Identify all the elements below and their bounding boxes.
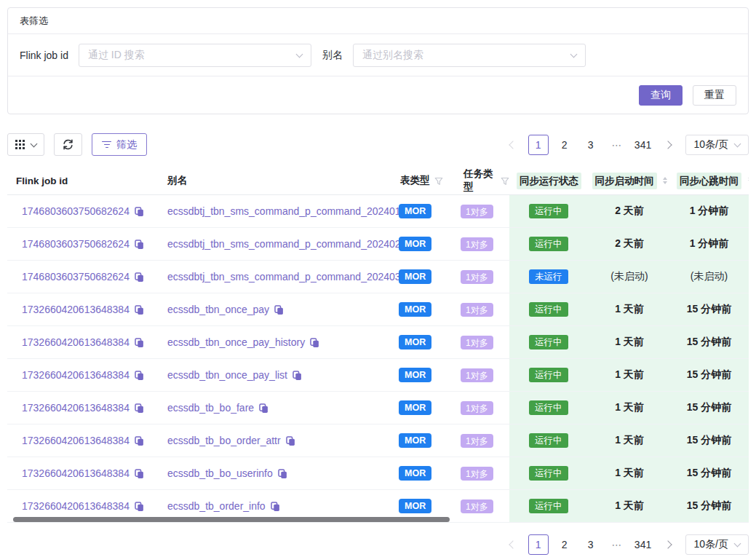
sync-status-badge: 未运行: [529, 269, 568, 284]
column-header-c2: 别名: [159, 167, 391, 194]
copy-icon[interactable]: [135, 436, 144, 446]
alias-link[interactable]: ecssdbtj_tbn_sms_command_p_command_20240…: [167, 271, 401, 283]
cell-sync-start-time: (未启动): [589, 261, 669, 293]
cell-flink-job-id: 1732660420613648384: [7, 424, 159, 457]
pagination-page-341[interactable]: 341: [633, 135, 653, 155]
table-row: 1746803603750682624ecssdbtj_tbn_sms_comm…: [7, 195, 749, 228]
table-row: 1732660420613648384ecssdb_tb_bo_order_at…: [7, 424, 749, 457]
pagination-page-341[interactable]: 341: [633, 534, 653, 555]
sync-heartbeat-time-value: 15 分钟前: [687, 336, 731, 349]
chevron-down-icon: [734, 540, 741, 548]
pagination-prev-button[interactable]: [502, 135, 522, 155]
reset-button[interactable]: 重置: [693, 85, 736, 106]
sync-start-time-value: 2 天前: [615, 205, 644, 218]
copy-icon[interactable]: [135, 338, 144, 348]
flink-job-id-link[interactable]: 1732660420613648384: [22, 402, 130, 414]
cell-task-type: 1对多: [455, 392, 509, 424]
pagination-next-button[interactable]: [659, 135, 680, 155]
cell-alias: ecssdbtj_tbn_sms_command_p_command_20240…: [159, 228, 391, 260]
alias-link[interactable]: ecssdb_tb_bo_fare: [167, 402, 254, 414]
alias-link[interactable]: ecssdb_tbn_once_pay_history: [167, 336, 305, 348]
sync-status-badge: 运行中: [529, 335, 568, 349]
pagination-page-1[interactable]: 1: [528, 135, 549, 155]
flink-job-id-link[interactable]: 1746803603750682624: [22, 205, 130, 217]
pagination-page-1[interactable]: 1: [528, 534, 549, 555]
pagination-next-button[interactable]: [659, 534, 680, 555]
copy-icon[interactable]: [135, 305, 144, 315]
filter-funnel-icon[interactable]: [434, 177, 443, 186]
flink-job-id-link[interactable]: 1732660420613648384: [22, 500, 130, 512]
flink-job-id-link[interactable]: 1746803603750682624: [22, 238, 130, 250]
copy-icon[interactable]: [293, 371, 302, 381]
column-settings-button[interactable]: [7, 133, 44, 156]
copy-icon[interactable]: [278, 469, 287, 479]
alias-link[interactable]: ecssdb_tb_bo_userinfo: [167, 467, 273, 479]
copy-icon[interactable]: [135, 272, 144, 283]
sync-status-badge: 运行中: [529, 302, 568, 317]
alias-link[interactable]: ecssdb_tb_bo_order_attr: [167, 435, 281, 446]
copy-icon[interactable]: [271, 502, 280, 512]
sort-icon[interactable]: [663, 177, 667, 184]
pagination-page-2[interactable]: 2: [554, 135, 575, 155]
copy-icon[interactable]: [135, 403, 144, 414]
query-button[interactable]: 查询: [639, 85, 683, 106]
copy-icon[interactable]: [135, 371, 144, 381]
copy-icon[interactable]: [286, 436, 295, 446]
copy-icon[interactable]: [259, 403, 268, 414]
filter-toggle-label: 筛选: [116, 138, 137, 151]
pagination-page-3[interactable]: 3: [581, 135, 601, 155]
horizontal-scrollbar-thumb[interactable]: [13, 517, 450, 522]
sync-start-time-value: 1 天前: [615, 499, 644, 513]
table-row: 1732660420613648384ecssdb_tbn_once_pay_h…: [7, 326, 749, 359]
filter-funnel-icon[interactable]: [501, 177, 509, 186]
copy-icon[interactable]: [274, 305, 284, 315]
cell-sync-start-time: 1 天前: [589, 392, 669, 424]
flink-job-id-select[interactable]: 通过 ID 搜索: [79, 44, 311, 67]
alias-link[interactable]: ecssdb_tb_order_info: [167, 500, 266, 512]
refresh-button[interactable]: [54, 133, 82, 156]
flink-job-id-placeholder: 通过 ID 搜索: [88, 49, 145, 62]
alias-link[interactable]: ecssdb_tbn_once_pay_list: [167, 369, 287, 381]
column-header-label: 同步启动时间: [592, 173, 657, 189]
cell-alias: ecssdb_tb_bo_userinfo: [159, 457, 391, 489]
flink-job-id-link[interactable]: 1732660420613648384: [22, 467, 130, 479]
flink-job-id-link[interactable]: 1732660420613648384: [22, 336, 130, 348]
alias-select[interactable]: 通过别名搜索: [353, 44, 586, 67]
table-type-badge: MOR: [399, 237, 431, 251]
sync-status-badge: 运行中: [529, 400, 568, 415]
sync-start-time-value: (未启动): [610, 270, 648, 283]
copy-icon[interactable]: [135, 207, 144, 217]
sort-icon[interactable]: [748, 175, 749, 183]
flink-job-id-label: Flink job id: [20, 50, 68, 61]
flink-job-id-link[interactable]: 1732660420613648384: [22, 435, 130, 446]
copy-icon[interactable]: [135, 240, 144, 250]
cell-flink-job-id: 1746803603750682624: [7, 261, 159, 293]
page-size-select[interactable]: 10条/页: [685, 135, 749, 155]
cell-sync-start-time: 1 天前: [589, 424, 669, 457]
sync-start-time-value: 1 天前: [615, 401, 644, 414]
table-row: 1732660420613648384ecssdb_tb_bo_userinfo…: [7, 457, 749, 490]
sync-start-time-value: 1 天前: [615, 434, 644, 447]
flink-job-id-link[interactable]: 1732660420613648384: [22, 369, 130, 381]
copy-icon[interactable]: [310, 338, 319, 348]
alias-link[interactable]: ecssdbtj_tbn_sms_command_p_command_20240…: [167, 205, 401, 217]
flink-job-id-link[interactable]: 1732660420613648384: [22, 304, 130, 315]
chevron-down-icon: [295, 51, 303, 58]
pagination-page-2[interactable]: 2: [554, 534, 575, 555]
pagination-page-3[interactable]: 3: [581, 534, 601, 555]
filter-toggle-button[interactable]: 筛选: [92, 133, 147, 156]
cell-table-type: MOR: [391, 228, 455, 260]
copy-icon[interactable]: [135, 469, 144, 479]
alias-link[interactable]: ecssdbtj_tbn_sms_command_p_command_20240…: [167, 238, 401, 250]
alias-link[interactable]: ecssdb_tbn_once_pay: [167, 304, 269, 315]
cell-flink-job-id: 1746803603750682624: [7, 228, 159, 260]
page-size-select[interactable]: 10条/页: [685, 534, 749, 555]
copy-icon[interactable]: [135, 502, 144, 512]
flink-job-id-link[interactable]: 1746803603750682624: [22, 271, 130, 283]
page-size-value: 10条/页: [694, 538, 728, 551]
column-header-label: 同步运行状态: [517, 173, 581, 189]
cell-sync-start-time: 1 天前: [589, 490, 669, 522]
cell-sync-heartbeat-time: 15 分钟前: [669, 457, 749, 489]
cell-table-type: MOR: [391, 195, 455, 227]
pagination-prev-button[interactable]: [502, 534, 522, 555]
